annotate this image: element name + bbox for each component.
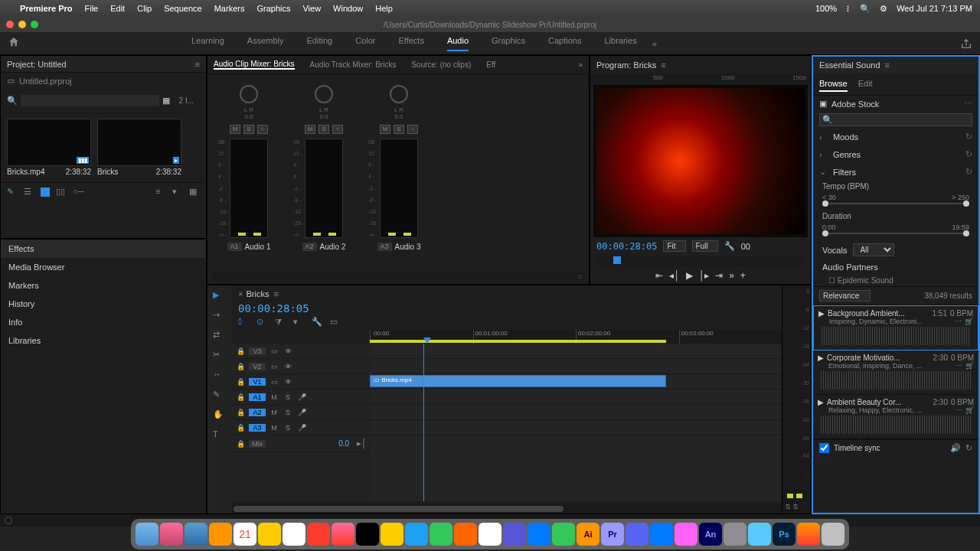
- eye-icon[interactable]: 👁: [283, 378, 293, 386]
- menu-help[interactable]: Help: [375, 4, 393, 13]
- dock-notes-icon[interactable]: [258, 523, 281, 546]
- dock-app-icon[interactable]: [552, 523, 575, 546]
- play-icon[interactable]: ▶: [818, 309, 825, 318]
- menu-sequence[interactable]: Sequence: [164, 4, 202, 13]
- close-button[interactable]: [6, 21, 14, 28]
- dock-app-icon[interactable]: [430, 523, 452, 546]
- audio-track-lane[interactable]: [370, 390, 782, 405]
- filter-icon[interactable]: ▦: [162, 96, 170, 106]
- track-label[interactable]: V1: [249, 378, 266, 386]
- dock-ch-icon[interactable]: [724, 523, 746, 546]
- mark-out-icon[interactable]: ⇥: [715, 270, 723, 281]
- menu-edit[interactable]: Edit: [110, 4, 125, 13]
- list-icon[interactable]: ☰: [24, 187, 34, 197]
- mixer-scroll[interactable]: ○: [212, 272, 584, 281]
- bin-item[interactable]: ▮▮▮ Bricks.mp42:38:32: [7, 119, 91, 176]
- program-video[interactable]: [593, 85, 808, 237]
- video-track-lane[interactable]: [370, 359, 782, 374]
- project-search-input[interactable]: [21, 95, 159, 106]
- lock-icon[interactable]: 🔒: [235, 363, 246, 370]
- ch-btn-○[interactable]: ○: [332, 125, 343, 134]
- dock-app-icon[interactable]: [405, 523, 428, 546]
- program-timecode[interactable]: 00:00:28:05: [596, 241, 657, 252]
- track-label[interactable]: V2: [249, 363, 266, 370]
- shelf-libraries[interactable]: Libraries: [1, 331, 206, 350]
- voiceover-icon[interactable]: 🎤: [296, 424, 307, 432]
- wrench-icon[interactable]: 🔧: [312, 317, 322, 328]
- toggle-output-icon[interactable]: ▭: [269, 363, 279, 370]
- export-icon[interactable]: [960, 37, 972, 50]
- step-fwd-icon[interactable]: │▸: [699, 270, 710, 281]
- workspace-overflow-icon[interactable]: »: [652, 39, 657, 48]
- wrench-icon[interactable]: 🔧: [724, 241, 735, 251]
- solo-button[interactable]: S: [283, 409, 293, 416]
- home-icon[interactable]: [8, 36, 23, 51]
- stock-audio-item[interactable]: ▶ Ambient Beauty Cor... 2:30 0 BPM Relax…: [813, 395, 978, 439]
- item-menu-icon[interactable]: ⋯: [956, 362, 962, 370]
- maximize-button[interactable]: [31, 21, 38, 28]
- ripple-edit-icon[interactable]: ⇄: [213, 330, 227, 344]
- ch-btn-M[interactable]: M: [230, 125, 240, 134]
- cart-icon[interactable]: 🛒: [965, 318, 973, 325]
- menu-window[interactable]: Window: [333, 4, 363, 13]
- panel-menu-icon[interactable]: ≡: [195, 60, 200, 69]
- sort-select[interactable]: Relevance: [819, 290, 871, 302]
- voiceover-icon[interactable]: 🎤: [296, 409, 307, 416]
- tab-track-mixer[interactable]: Audio Track Mixer: Bricks: [310, 60, 397, 69]
- ch-btn-S[interactable]: S: [243, 125, 254, 134]
- find-icon[interactable]: ▦: [189, 187, 200, 197]
- video-track-lane[interactable]: [370, 344, 782, 359]
- solo-button[interactable]: S: [283, 424, 293, 432]
- track-label[interactable]: V3: [249, 347, 266, 355]
- reset-icon[interactable]: ↻: [965, 149, 972, 159]
- dock-app-icon[interactable]: [748, 523, 771, 546]
- mute-button[interactable]: M: [269, 409, 279, 416]
- video-clip[interactable]: ▭ Bricks.mp4: [370, 375, 666, 387]
- wifi-icon[interactable]: ⧙: [846, 4, 851, 13]
- dock-app-icon[interactable]: [160, 523, 183, 546]
- selection-tool-icon[interactable]: ▶: [213, 290, 227, 304]
- panel-menu-icon[interactable]: ≡: [661, 60, 665, 70]
- stock-audio-item[interactable]: ▶ Background Ambient... 1:51 0 BPM Inspi…: [813, 305, 978, 350]
- track-label[interactable]: A1: [249, 393, 266, 401]
- shelf-history[interactable]: History: [1, 295, 206, 313]
- track-label[interactable]: A2: [249, 409, 266, 416]
- link-icon[interactable]: ⊙: [256, 317, 267, 328]
- menu-graphics[interactable]: Graphics: [256, 4, 290, 13]
- ch-btn-M[interactable]: M: [305, 125, 315, 134]
- lock-icon[interactable]: 🔒: [235, 440, 246, 448]
- panel-menu-icon[interactable]: ≡: [273, 289, 278, 298]
- hand-tool-icon[interactable]: ✋: [213, 409, 227, 423]
- ch-btn-M[interactable]: M: [380, 125, 390, 134]
- dock-pr-icon[interactable]: Pr: [601, 523, 624, 546]
- track-label[interactable]: A3: [249, 424, 266, 432]
- eye-icon[interactable]: 👁: [283, 347, 293, 355]
- reset-icon[interactable]: ↻: [965, 132, 972, 142]
- waveform[interactable]: [821, 416, 971, 434]
- cart-icon[interactable]: 🛒: [965, 406, 974, 414]
- dock-ps-icon[interactable]: Ps: [773, 523, 795, 546]
- dock-tv-icon[interactable]: [356, 523, 379, 546]
- section-moods[interactable]: › Moods ↻: [813, 128, 978, 145]
- lock-icon[interactable]: 🔒: [235, 393, 246, 401]
- essential-sound-tab[interactable]: Essential Sound: [819, 60, 880, 70]
- auto-icon[interactable]: ▾: [172, 187, 183, 197]
- item-menu-icon[interactable]: ⋯: [955, 318, 962, 325]
- play-icon[interactable]: ▶: [818, 354, 824, 362]
- eye-icon[interactable]: 👁: [283, 363, 293, 370]
- pan-knob[interactable]: [390, 85, 408, 103]
- channel-name[interactable]: Audio 1: [245, 243, 271, 251]
- search-icon[interactable]: 🔍: [860, 4, 871, 14]
- workspace-libraries[interactable]: Libraries: [604, 36, 636, 51]
- toggle-output-icon[interactable]: ▭: [269, 378, 279, 386]
- minimize-button[interactable]: [18, 21, 26, 28]
- sequence-tab[interactable]: Bricks: [246, 289, 269, 298]
- clock[interactable]: Wed Jul 21 7:13 PM: [897, 4, 972, 13]
- channel-name[interactable]: Audio 3: [395, 243, 421, 251]
- mute-button[interactable]: M: [269, 424, 279, 432]
- menu-file[interactable]: File: [84, 4, 98, 13]
- tab-source[interactable]: Source: (no clips): [411, 60, 471, 69]
- type-tool-icon[interactable]: T: [213, 429, 227, 443]
- dock-reminders-icon[interactable]: [283, 523, 305, 546]
- menu-view[interactable]: View: [302, 4, 321, 13]
